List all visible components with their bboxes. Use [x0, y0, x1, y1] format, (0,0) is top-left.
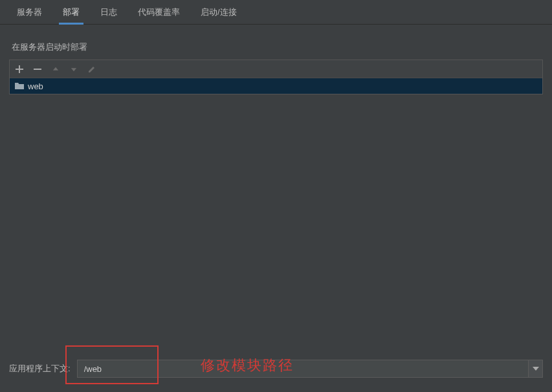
- add-icon[interactable]: [14, 63, 25, 75]
- dropdown-button[interactable]: [528, 360, 542, 377]
- svg-rect-0: [34, 69, 41, 70]
- list-item-label: web: [28, 82, 43, 91]
- list-item[interactable]: web: [10, 78, 542, 94]
- chevron-down-icon: [533, 367, 539, 371]
- arrow-down-icon: [68, 63, 80, 75]
- context-label: 应用程序上下文:: [9, 363, 71, 375]
- deploy-panel: web: [9, 60, 543, 94]
- context-input[interactable]: [78, 360, 528, 377]
- deploy-toolbar: [10, 60, 542, 78]
- deploy-list[interactable]: web: [10, 78, 542, 94]
- context-combo[interactable]: [77, 360, 543, 378]
- edit-icon: [86, 63, 98, 75]
- tab-bar: 服务器 部署 日志 代码覆盖率 启动/连接: [0, 0, 552, 25]
- tab-deploy[interactable]: 部署: [52, 0, 90, 25]
- deploy-section-label: 在服务器启动时部署: [0, 25, 552, 60]
- tab-server[interactable]: 服务器: [6, 0, 52, 25]
- remove-icon[interactable]: [32, 63, 43, 75]
- folder-icon: [15, 82, 24, 90]
- context-row: 应用程序上下文:: [0, 358, 552, 379]
- arrow-up-icon: [50, 63, 61, 75]
- tab-startup-connect[interactable]: 启动/连接: [190, 0, 247, 25]
- tab-logs[interactable]: 日志: [90, 0, 127, 25]
- tab-coverage[interactable]: 代码覆盖率: [127, 0, 190, 25]
